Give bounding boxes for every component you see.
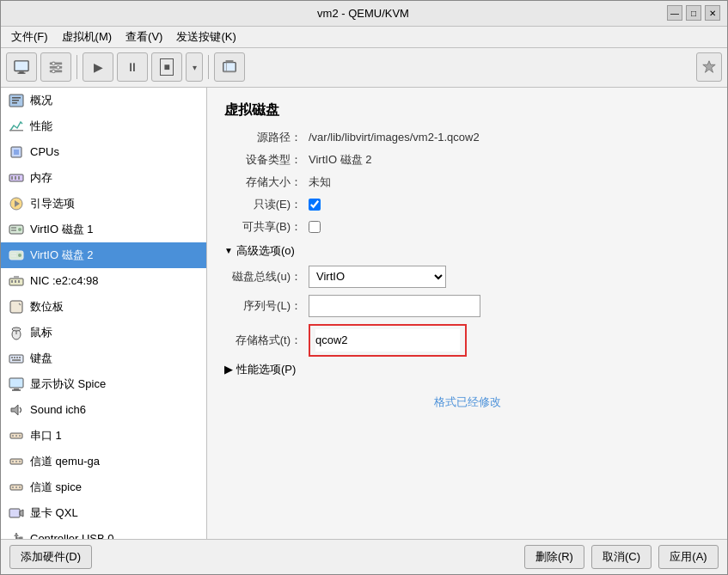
svg-rect-37 — [11, 280, 13, 283]
storage-size-row: 存储大小： 未知 — [224, 174, 710, 190]
pause-button[interactable]: ⏸ — [117, 52, 148, 82]
svg-marker-68 — [20, 510, 23, 517]
apply-button[interactable]: 应用(A) — [658, 545, 719, 569]
serial-input[interactable] — [309, 295, 480, 317]
title-bar: vm2 - QEMU/KVM — □ ✕ — [1, 1, 727, 27]
manage-button[interactable] — [696, 52, 722, 82]
main-content: 概况 性能 CPUs 内存 — [1, 88, 727, 539]
sidebar-item-sound-label: Sound ich6 — [30, 403, 86, 416]
play-button[interactable]: ▶ — [83, 52, 113, 82]
svg-point-65 — [15, 486, 17, 488]
device-type-row: 设备类型： VirtIO 磁盘 2 — [224, 152, 710, 168]
svg-rect-11 — [223, 71, 236, 73]
svg-point-44 — [12, 327, 21, 331]
bottom-right: 删除(R) 取消(C) 应用(A) — [524, 545, 719, 569]
source-path-label: 源路径： — [224, 130, 302, 145]
sidebar-item-video-label: 显卡 QXL — [30, 505, 78, 521]
sidebar-item-keyboard[interactable]: 键盘 — [1, 346, 206, 371]
svg-point-8 — [52, 70, 56, 74]
delete-button[interactable]: 删除(R) — [524, 545, 584, 569]
readonly-row: 只读(E)： — [224, 197, 710, 212]
sidebar-item-channel-spice[interactable]: 信道 spice — [1, 474, 206, 500]
sidebar-item-performance[interactable]: 性能 — [1, 113, 206, 139]
shareable-checkbox-wrapper — [309, 221, 321, 233]
close-button[interactable]: ✕ — [705, 5, 720, 21]
sidebar-item-overview[interactable]: 概况 — [1, 88, 206, 113]
storage-format-row: 存储格式(t)： — [224, 324, 710, 357]
sidebar-item-nic[interactable]: NIC :e2:c4:98 — [1, 268, 206, 294]
sidebar-item-channel-ga[interactable]: 信道 qemu-ga — [1, 449, 206, 474]
sidebar-item-usb[interactable]: Controller USB 0 — [1, 526, 206, 539]
sidebar-item-bootopt[interactable]: 引导选项 — [1, 191, 206, 217]
svg-rect-20 — [14, 150, 19, 155]
sidebar-item-video[interactable]: 显卡 QXL — [1, 500, 206, 526]
sidebar: 概况 性能 CPUs 内存 — [1, 88, 207, 539]
svg-point-62 — [19, 461, 21, 462]
minimize-button[interactable]: — — [667, 5, 682, 21]
svg-rect-45 — [9, 355, 23, 363]
maximize-button[interactable]: □ — [686, 5, 701, 21]
advanced-section-header[interactable]: ▼ 高级选项(o) — [224, 243, 710, 259]
menu-vm[interactable]: 虚拟机(M) — [55, 28, 119, 46]
channel-ga-icon — [8, 453, 25, 470]
svg-rect-49 — [19, 357, 21, 358]
keyboard-icon — [8, 350, 25, 367]
bus-row: 磁盘总线(u)： VirtIO IDE SATA USB SCSI — [224, 266, 710, 288]
sidebar-item-spice[interactable]: 显示协议 Spice — [1, 371, 206, 397]
sidebar-item-tablet[interactable]: 数位板 — [1, 294, 206, 320]
monitor-button[interactable] — [6, 52, 37, 82]
svg-rect-39 — [18, 280, 20, 283]
svg-rect-15 — [12, 97, 21, 99]
svg-point-6 — [52, 63, 56, 66]
menu-file[interactable]: 文件(F) — [4, 28, 55, 46]
perf-arrow-icon: ▶ — [224, 363, 233, 376]
menu-view[interactable]: 查看(V) — [119, 28, 169, 46]
svg-rect-40 — [10, 301, 22, 313]
svg-point-60 — [12, 461, 14, 462]
svg-point-7 — [57, 66, 60, 70]
stop-button[interactable]: ■ — [151, 52, 182, 82]
add-hardware-button[interactable]: 添加硬件(D) — [9, 545, 92, 569]
storage-format-input[interactable] — [315, 329, 460, 352]
svg-marker-70 — [14, 533, 19, 536]
device-type-label: 设备类型： — [224, 152, 302, 168]
toolbar: ▶ ⏸ ■ ▾ — [1, 48, 727, 87]
svg-rect-22 — [11, 176, 13, 180]
sidebar-item-channel-spice-label: 信道 spice — [30, 480, 82, 495]
readonly-checkbox[interactable] — [309, 199, 321, 211]
disk1-icon — [8, 221, 25, 238]
sidebar-item-cpus[interactable]: CPUs — [1, 139, 206, 165]
cpu-icon — [8, 144, 25, 161]
svg-rect-46 — [11, 357, 13, 358]
sidebar-item-virtio2[interactable]: VirtIO 磁盘 2 — [1, 242, 206, 268]
sidebar-item-memory-label: 内存 — [30, 170, 52, 186]
advanced-section-label: 高级选项(o) — [236, 243, 295, 259]
bottom-bar: 添加硬件(D) 删除(R) 取消(C) 应用(A) — [1, 539, 727, 574]
detail-panel-title: 虚拟磁盘 — [224, 101, 710, 119]
dropdown-icon: ▾ — [193, 63, 197, 72]
disk2-icon — [8, 247, 25, 264]
sidebar-item-virtio1[interactable]: VirtIO 磁盘 1 — [1, 217, 206, 242]
cancel-button[interactable]: 取消(C) — [591, 545, 652, 569]
menu-sendkey[interactable]: 发送按键(K) — [169, 28, 242, 46]
sidebar-item-sound[interactable]: Sound ich6 — [1, 397, 206, 423]
bus-select[interactable]: VirtIO IDE SATA USB SCSI — [309, 266, 446, 288]
shareable-checkbox[interactable] — [309, 221, 321, 233]
sidebar-item-keyboard-label: 键盘 — [30, 351, 52, 366]
perf-section-header[interactable]: ▶ 性能选项(P) — [224, 362, 710, 377]
bus-label: 磁盘总线(u)： — [224, 269, 302, 284]
serial-row: 序列号(L)： — [224, 295, 710, 317]
sidebar-item-serial[interactable]: 串口 1 — [1, 423, 206, 449]
svg-rect-48 — [16, 357, 18, 358]
power-dropdown-button[interactable]: ▾ — [186, 52, 203, 82]
window-controls: — □ ✕ — [667, 5, 720, 21]
sidebar-item-nic-label: NIC :e2:c4:98 — [30, 274, 99, 287]
svg-point-57 — [15, 435, 17, 437]
settings-button[interactable] — [40, 52, 71, 82]
sidebar-item-bootopt-label: 引导选项 — [30, 196, 75, 211]
svg-point-56 — [12, 435, 14, 437]
svg-point-32 — [18, 254, 21, 257]
sidebar-item-mouse[interactable]: 鼠标 — [1, 320, 206, 346]
sidebar-item-memory[interactable]: 内存 — [1, 165, 206, 191]
snapshot-button[interactable] — [214, 52, 245, 82]
